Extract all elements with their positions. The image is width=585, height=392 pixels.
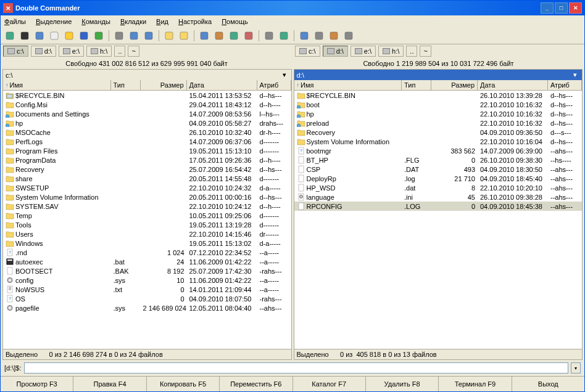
file-row[interactable]: ProgramData17.05.2011 09:26:36d--h---- xyxy=(3,155,291,165)
globe-blue-icon[interactable] xyxy=(77,29,91,43)
file-row[interactable]: PerfLogs14.07.2009 06:37:06d------- xyxy=(3,137,291,146)
file-row[interactable]: System Volume Information20.05.2011 00:0… xyxy=(3,192,291,202)
path-dropdown-right[interactable]: ▾ xyxy=(571,71,579,79)
file-row[interactable]: ?OS004.09.2010 18:07:50-rahs--- xyxy=(3,294,291,303)
file-row[interactable]: hp22.10.2010 10:16:32d--hs--- xyxy=(294,109,583,118)
file-row[interactable]: Recovery25.07.2009 16:54:42d--hs--- xyxy=(3,165,291,174)
path-bar-left[interactable]: c:\ ▾ xyxy=(3,70,291,80)
file-row[interactable]: language.ini4526.10.2010 09:38:28--ahs--… xyxy=(294,192,583,202)
file-row[interactable]: Recovery04.09.2010 09:36:50d---s--- xyxy=(294,128,583,137)
same-icon[interactable] xyxy=(142,29,156,43)
file-row[interactable]: SYSTEM.SAV22.10.2010 10:24:12d--h---- xyxy=(3,202,291,211)
func-терминал[interactable]: Терминал F9 xyxy=(439,377,512,391)
file-row[interactable]: SWSETUP22.10.2010 10:24:32d-a----- xyxy=(3,183,291,192)
drive-extra-parent[interactable]: .. xyxy=(114,46,125,57)
drive-extra-home[interactable]: ~ xyxy=(128,46,139,57)
column-date[interactable]: Дата xyxy=(478,80,548,90)
func-просмотр[interactable]: Просмотр F3 xyxy=(1,377,73,391)
drive-e[interactable]: e:\ xyxy=(59,46,84,57)
close-button[interactable]: ✕ xyxy=(569,2,582,14)
file-row[interactable]: Users22.10.2010 14:15:46dr------ xyxy=(3,229,291,239)
func-каталог[interactable]: Каталог F7 xyxy=(293,377,366,391)
func-переместить[interactable]: Переместить F6 xyxy=(220,377,292,391)
file-row[interactable]: BT_HP.FLG026.10.2010 09:38:30--hs---- xyxy=(294,155,583,165)
column-type[interactable]: Тип xyxy=(111,80,141,90)
drive-extra-parent[interactable]: .. xyxy=(406,46,417,57)
titlebar[interactable]: ✕ Double Commander _ □ ✕ xyxy=(1,1,584,15)
column-name[interactable]: ↑Имя xyxy=(3,80,111,90)
maximize-button[interactable]: □ xyxy=(555,2,568,14)
path-bar-right[interactable]: d:\ ▾ xyxy=(294,70,583,80)
menu-вкладки[interactable]: Вкладки xyxy=(119,17,147,27)
column-attr[interactable]: Атриб xyxy=(257,80,291,90)
file-row[interactable]: share20.05.2011 14:55:48d------- xyxy=(3,174,291,183)
star-icon[interactable] xyxy=(62,29,76,43)
tree-icon[interactable] xyxy=(112,29,126,43)
file-row[interactable]: Documents and Settings14.07.2009 08:53:5… xyxy=(3,109,291,118)
menu-выделение[interactable]: Выделение xyxy=(35,17,73,27)
copy-icon[interactable] xyxy=(227,29,241,43)
drive-h[interactable]: h:\ xyxy=(378,46,404,57)
path-dropdown-left[interactable]: ▾ xyxy=(280,71,289,79)
menu-настройка[interactable]: Настройка xyxy=(177,17,213,27)
file-row[interactable]: hp04.09.2010 05:58:27drahs--- xyxy=(3,118,291,128)
file-row[interactable]: HP_WSD.dat822.10.2010 10:20:10--ahs--- xyxy=(294,183,583,192)
swap-icon[interactable] xyxy=(127,29,141,43)
edit-icon[interactable] xyxy=(212,29,226,43)
view-icon[interactable] xyxy=(197,29,211,43)
file-row[interactable]: boot22.10.2010 10:16:32d--hs--- xyxy=(294,100,583,109)
drive-d[interactable]: d:\ xyxy=(323,46,348,57)
refresh-icon[interactable] xyxy=(3,29,17,43)
file-row[interactable]: Config.Msi29.04.2011 18:43:12d--h---- xyxy=(3,100,291,109)
sync-icon[interactable] xyxy=(297,29,311,43)
file-row[interactable]: preload22.10.2010 10:16:32d--hs--- xyxy=(294,118,583,128)
file-row[interactable]: ?bootmgr383 56214.07.2009 06:39:00--ahs-… xyxy=(294,146,583,155)
drive-extra-home[interactable]: ~ xyxy=(420,46,431,57)
file-row[interactable]: System Volume Information22.10.2010 10:1… xyxy=(294,137,583,146)
drive-h[interactable]: h:\ xyxy=(86,46,112,57)
file-row[interactable]: NoWSUS.txt014.01.2011 21:09:44--a----- xyxy=(3,285,291,294)
column-size[interactable]: Размер xyxy=(431,80,478,90)
file-row[interactable]: Temp10.05.2011 09:25:06d------- xyxy=(3,211,291,220)
file-row[interactable]: Program Files19.05.2011 15:13:10d------- xyxy=(3,146,291,155)
file-row[interactable]: RPCONFIG.LOG004.09.2010 18:45:38--ahs--- xyxy=(294,202,583,211)
arrow-icon[interactable] xyxy=(277,29,291,43)
file-row[interactable]: ?.rnd1 02407.12.2010 22:34:52--a----- xyxy=(3,248,291,257)
file-row[interactable]: BOOTSECT.BAK8 19225.07.2009 17:42:30-rah… xyxy=(3,266,291,276)
drive-c[interactable]: c:\ xyxy=(295,46,320,57)
file-row[interactable]: autoexec.bat2411.06.2009 01:42:22--a----… xyxy=(3,257,291,266)
column-name[interactable]: ↑Имя xyxy=(294,80,402,90)
globe-green-icon[interactable] xyxy=(92,29,106,43)
settings-icon[interactable] xyxy=(342,29,355,43)
file-row[interactable]: Tools19.05.2011 13:19:28d------- xyxy=(3,220,291,229)
file-row[interactable]: config.sys1011.06.2009 01:42:22--a----- xyxy=(3,276,291,285)
menu-команды[interactable]: Команды xyxy=(80,17,112,27)
column-attr[interactable]: Атриб xyxy=(548,80,582,90)
func-удалить[interactable]: Удалить F8 xyxy=(366,377,439,391)
folders-icon[interactable] xyxy=(162,29,176,43)
process-icon[interactable] xyxy=(327,29,341,43)
menu-вид[interactable]: Вид xyxy=(155,17,170,27)
drive-d[interactable]: d:\ xyxy=(31,46,56,57)
file-row[interactable]: CSP.DAT49304.09.2010 18:30:50--ahs--- xyxy=(294,165,583,174)
plus-minus-icon[interactable] xyxy=(33,29,46,43)
file-row[interactable]: $RECYCLE.BIN26.10.2010 13:39:28d--hs--- xyxy=(294,91,583,100)
buttons-icon[interactable] xyxy=(312,29,326,43)
file-row[interactable]: pagefile.sys2 146 689 02412.05.2011 08:0… xyxy=(3,303,291,312)
func-правка[interactable]: Правка F4 xyxy=(73,377,146,391)
menu-файлы[interactable]: Файлы xyxy=(3,17,27,27)
compare-icon[interactable] xyxy=(177,29,191,43)
file-row[interactable]: MSOCache26.10.2010 10:32:40dr-h---- xyxy=(3,128,291,137)
file-row[interactable]: Windows19.05.2011 15:13:02d-a----- xyxy=(3,239,291,248)
drive-e[interactable]: e:\ xyxy=(351,46,376,57)
file-list-right[interactable]: $RECYCLE.BIN26.10.2010 13:39:28d--hs---b… xyxy=(294,91,583,349)
command-input[interactable] xyxy=(24,362,568,374)
column-size[interactable]: Размер xyxy=(141,80,187,90)
column-type[interactable]: Тип xyxy=(402,80,431,90)
drive-c[interactable]: c:\ xyxy=(3,46,28,57)
terminal-icon[interactable] xyxy=(18,29,31,43)
column-date[interactable]: Дата xyxy=(187,80,257,90)
menu-помощь[interactable]: Помощь xyxy=(220,17,249,27)
file-row[interactable]: DeployRp.log21 71004.09.2010 18:45:40--a… xyxy=(294,174,583,183)
func-выход[interactable]: Выход xyxy=(512,377,584,391)
